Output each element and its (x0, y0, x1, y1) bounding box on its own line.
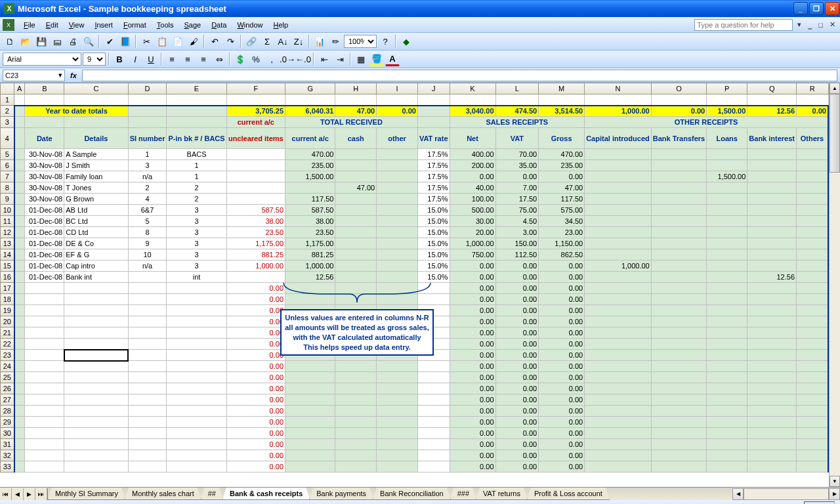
cell-P29[interactable] (707, 417, 747, 428)
cell-G6[interactable]: 235.00 (285, 160, 335, 171)
cell-N20[interactable] (585, 316, 652, 327)
cell-F27[interactable]: 0.00 (226, 394, 285, 406)
cell-R20[interactable] (797, 316, 828, 327)
cell-E25[interactable] (167, 372, 226, 383)
cell-R25[interactable] (797, 372, 828, 383)
cell-A11[interactable] (14, 216, 25, 227)
cell-A2[interactable] (14, 106, 25, 117)
open-button[interactable]: 📂 (18, 34, 33, 49)
cell-I8[interactable] (377, 182, 418, 194)
cell-J9[interactable]: 17.5% (417, 194, 450, 205)
cell-R11[interactable] (797, 216, 828, 227)
cell-Q1[interactable] (747, 94, 797, 106)
cell-H1[interactable] (335, 94, 377, 106)
cell-L28[interactable]: 0.00 (495, 406, 539, 417)
row-header-21[interactable]: 21 (1, 327, 14, 339)
cell-K33[interactable]: 0.00 (450, 461, 495, 472)
cell-N7[interactable] (585, 171, 652, 182)
help-button[interactable]: ? (378, 34, 392, 49)
cell-O12[interactable] (651, 227, 706, 238)
chart-button[interactable]: 📊 (312, 34, 327, 49)
col-header-K[interactable]: K (450, 83, 495, 94)
cell-C30[interactable] (64, 428, 128, 439)
cell-F25[interactable]: 0.00 (226, 372, 285, 383)
cell-Q8[interactable] (747, 182, 797, 194)
cell-K32[interactable]: 0.00 (450, 450, 495, 461)
doc-close-icon[interactable]: ✕ (828, 20, 837, 29)
cell-K25[interactable]: 0.00 (450, 372, 495, 383)
cell-B26[interactable] (25, 383, 64, 394)
row-header-1[interactable]: 1 (1, 94, 14, 106)
cell-Q18[interactable] (747, 294, 797, 305)
cell-E28[interactable] (167, 406, 226, 417)
cell-G4[interactable]: current a/c (285, 128, 335, 149)
cell-Q16[interactable]: 12.56 (747, 272, 797, 283)
decrease-indent-button[interactable]: ⇤ (317, 52, 331, 66)
cell-J25[interactable] (417, 372, 450, 383)
cell-E13[interactable]: 3 (167, 238, 226, 249)
cell-H25[interactable] (335, 372, 377, 383)
merge-center-button[interactable]: ⇔ (212, 52, 226, 66)
cell-G10[interactable]: 587.50 (285, 205, 335, 216)
cell-C19[interactable] (64, 305, 128, 316)
cell-E5[interactable]: BACS (167, 149, 226, 160)
cell-L21[interactable]: 0.00 (495, 327, 539, 339)
cell-L15[interactable]: 0.00 (495, 261, 539, 272)
cell-M7[interactable]: 0.00 (539, 171, 585, 182)
cell-O26[interactable] (651, 383, 706, 394)
cell-E3[interactable] (167, 117, 226, 128)
cell-N8[interactable] (585, 182, 652, 194)
cell-F14[interactable]: 881.25 (226, 249, 285, 261)
cell-A20[interactable] (14, 316, 25, 327)
row-header-11[interactable]: 11 (1, 216, 14, 227)
cell-R33[interactable] (797, 461, 828, 472)
undo-button[interactable]: ↶ (207, 34, 222, 49)
cell-K30[interactable]: 0.00 (450, 428, 495, 439)
cell-M25[interactable]: 0.00 (539, 372, 585, 383)
cell-L18[interactable]: 0.00 (495, 294, 539, 305)
cell-ytd-label[interactable]: Year to date totals (25, 106, 128, 117)
cell-E20[interactable] (167, 316, 226, 327)
cell-Q22[interactable] (747, 339, 797, 350)
cell-B13[interactable]: 01-Dec-08 (25, 238, 64, 249)
cell-R26[interactable] (797, 383, 828, 394)
cell-G24[interactable] (285, 361, 335, 372)
minimize-button[interactable]: _ (793, 2, 808, 15)
cell-R2[interactable]: 0.00 (797, 106, 828, 117)
cell-O22[interactable] (651, 339, 706, 350)
cell-I31[interactable] (377, 439, 418, 450)
tab-first-button[interactable]: ⏮ (0, 488, 12, 500)
cell-K12[interactable]: 20.00 (450, 227, 495, 238)
cell-L7[interactable]: 0.00 (495, 171, 539, 182)
tab-last-button[interactable]: ⏭ (35, 488, 47, 500)
cell-I10[interactable] (377, 205, 418, 216)
cell-J32[interactable] (417, 450, 450, 461)
cell-R16[interactable] (797, 272, 828, 283)
sheet-tab-2[interactable]: ## (201, 488, 223, 500)
cell-I7[interactable] (377, 171, 418, 182)
cell-P5[interactable] (707, 149, 747, 160)
cell-E21[interactable] (167, 327, 226, 339)
cell-N27[interactable] (585, 394, 652, 406)
cell-K27[interactable]: 0.00 (450, 394, 495, 406)
col-header-F[interactable]: F (226, 83, 285, 94)
cell-D15[interactable]: n/a (128, 261, 167, 272)
cell-N29[interactable] (585, 417, 652, 428)
cell-I11[interactable] (377, 216, 418, 227)
cell-J29[interactable] (417, 417, 450, 428)
print-button[interactable]: 🖨 (66, 34, 80, 49)
cell-O24[interactable] (651, 361, 706, 372)
cell-N11[interactable] (585, 216, 652, 227)
cell-P10[interactable] (707, 205, 747, 216)
cell-H7[interactable] (335, 171, 377, 182)
row-header-32[interactable]: 32 (1, 450, 14, 461)
cell-I28[interactable] (377, 406, 418, 417)
cell-K18[interactable]: 0.00 (450, 294, 495, 305)
cell-H12[interactable] (335, 227, 377, 238)
cell-E23[interactable] (167, 350, 226, 361)
cell-B11[interactable]: 01-Dec-08 (25, 216, 64, 227)
cell-O5[interactable] (651, 149, 706, 160)
col-header-I[interactable]: I (377, 83, 418, 94)
cell-I4[interactable]: other (377, 128, 418, 149)
cell-N19[interactable] (585, 305, 652, 316)
